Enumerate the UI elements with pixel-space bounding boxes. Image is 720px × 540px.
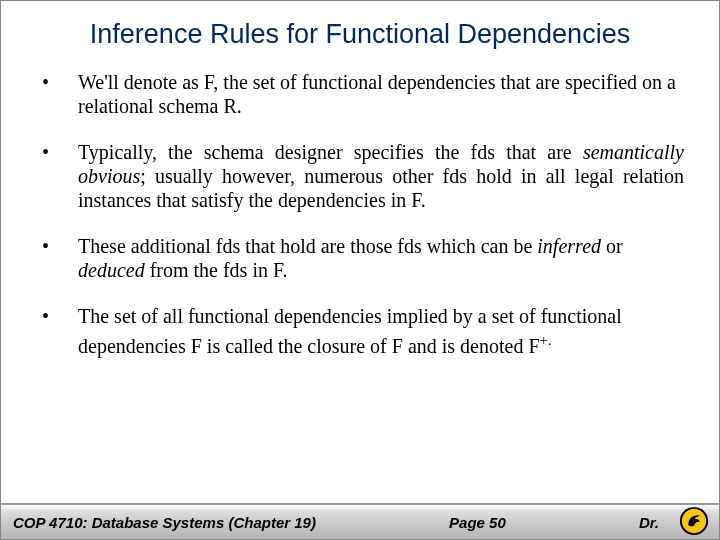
- text-fragment: ; usually however, numerous other fds ho…: [78, 165, 684, 211]
- bullet-marker: •: [36, 140, 78, 164]
- bullet-marker: •: [36, 234, 78, 258]
- bullet-item: • These additional fds that hold are tho…: [36, 234, 684, 282]
- footer-course: COP 4710: Database Systems (Chapter 19): [13, 514, 316, 531]
- bullet-text: We'll denote as F, the set of functional…: [78, 70, 684, 118]
- text-fragment: These additional fds that hold are those…: [78, 235, 537, 257]
- bullet-item: • The set of all functional dependencies…: [36, 304, 684, 358]
- slide-title: Inference Rules for Functional Dependenc…: [1, 1, 719, 62]
- text-fragment: The set of all functional dependencies i…: [78, 305, 622, 357]
- text-fragment: from the fds in F.: [145, 259, 288, 281]
- bullet-text: Typically, the schema designer specifies…: [78, 140, 684, 212]
- bullet-marker: •: [36, 70, 78, 94]
- slide: Inference Rules for Functional Dependenc…: [0, 0, 720, 540]
- italic-text: deduced: [78, 259, 145, 281]
- text-fragment: or: [601, 235, 623, 257]
- bullet-item: • Typically, the schema designer specifi…: [36, 140, 684, 212]
- bullet-marker: •: [36, 304, 78, 328]
- slide-content: • We'll denote as F, the set of function…: [1, 62, 719, 358]
- bullet-item: • We'll denote as F, the set of function…: [36, 70, 684, 118]
- bullet-text: These additional fds that hold are those…: [78, 234, 684, 282]
- pegasus-logo-icon: [679, 506, 709, 536]
- footer-page: Page 50: [316, 514, 639, 531]
- bullet-text: The set of all functional dependencies i…: [78, 304, 684, 358]
- text-fragment: Typically, the schema designer specifies…: [78, 141, 583, 163]
- italic-text: inferred: [537, 235, 601, 257]
- footer-author: Dr.: [639, 514, 659, 531]
- footer-bar: COP 4710: Database Systems (Chapter 19) …: [1, 503, 719, 539]
- superscript: +.: [540, 332, 552, 348]
